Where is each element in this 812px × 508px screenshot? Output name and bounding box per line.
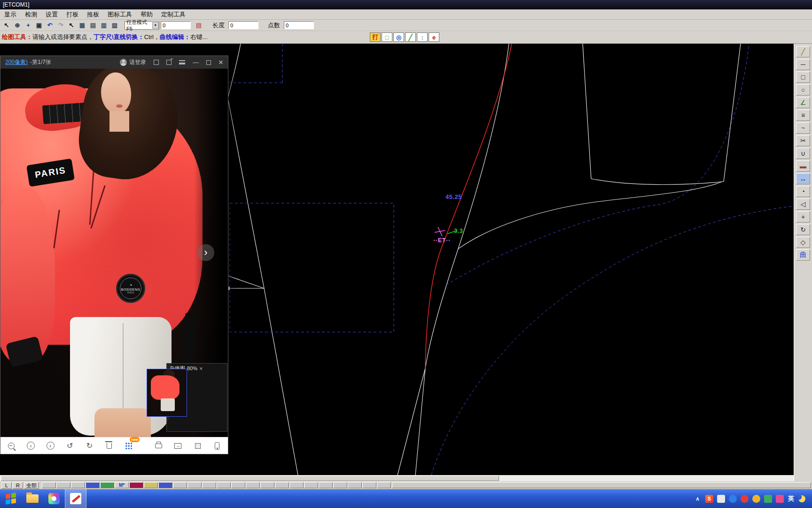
next-image-button[interactable]: › [197,244,214,261]
doc-flag-icon[interactable]: ▤ [195,21,203,30]
swatch-gray-14[interactable] [319,482,333,488]
join-tool[interactable]: ∪ [796,148,810,159]
swatch-blue-1[interactable] [86,482,100,488]
swatch-gray-10[interactable] [260,482,274,488]
swatch-khaki[interactable] [144,482,158,488]
toggle-swap[interactable]: ↕ [417,32,428,42]
swatch-gray-9[interactable] [246,482,260,488]
minimize-button[interactable]: — [193,59,199,66]
drawing-canvas[interactable]: 45.25 3.3 ··ET·· 200像素) -第1/7张 请登录 ↗ — [0,44,794,475]
palette-all-button[interactable]: 全部 [24,482,39,489]
curve-tool[interactable]: ~ [796,122,810,134]
swatch-gray-5[interactable] [187,482,202,488]
table-tool-1-icon[interactable]: ▦ [77,21,87,30]
swatch-gray-18[interactable] [377,482,391,488]
tray-app-yellow-icon[interactable] [752,495,760,503]
toggle-rect[interactable]: □ [382,32,392,42]
angle-line-tool[interactable]: ∠ [796,97,810,108]
swatch-gray-15[interactable] [333,482,347,488]
input-language-indicator[interactable]: 英 [788,494,794,503]
palette-right-button[interactable]: R [13,482,23,489]
menu-grading[interactable]: 推板 [83,9,103,19]
zoom-out-icon[interactable] [7,441,16,451]
menu-display[interactable]: 显示 [0,9,21,19]
tray-app-red-icon[interactable] [741,495,749,503]
scale-tool[interactable]: ◇ [796,237,810,248]
swatch-gray-2[interactable] [56,482,70,488]
viewer-title-link[interactable]: 200像素) [5,58,28,66]
swatch-gray-8[interactable] [231,482,245,488]
tray-app-pink-icon[interactable] [776,495,784,503]
free-value-input[interactable] [161,21,191,29]
tray-app-blue-icon[interactable] [729,495,737,503]
zoom-area-icon[interactable]: ▣ [34,21,44,30]
table-tool-2-icon[interactable]: ▤ [88,21,98,30]
count-input[interactable] [284,21,314,29]
swatch-gray-7[interactable] [217,482,231,488]
toggle-e[interactable]: e [429,32,439,42]
menu-detect[interactable]: 检测 [21,9,41,19]
redo-icon[interactable]: ↷ [55,21,66,30]
zoom-in-icon[interactable]: ⊕ [12,21,23,30]
tray-app-green-icon[interactable] [764,495,772,503]
tray-expand-icon[interactable]: ∧ [694,495,702,503]
swatch-gray-16[interactable] [348,482,362,488]
pencil-tool[interactable]: ╱ [796,46,810,57]
swatch-crimson[interactable] [129,482,143,488]
swatch-green[interactable] [100,482,114,488]
table-tool-4-icon[interactable]: ▨ [109,21,120,30]
menu-icon-tools[interactable]: 图标工具 [103,9,136,19]
chevron-down-icon[interactable]: ▼ [152,22,159,29]
swatch-blue-2[interactable] [158,482,172,488]
mirror-tool[interactable]: ◁ [796,198,810,210]
toggle-da[interactable]: 打 [370,32,381,42]
pan-icon[interactable]: + [23,21,33,30]
mode-select[interactable]: 任意模式F5 ▼ [125,21,159,30]
delete-icon[interactable] [104,441,114,451]
toggle-point[interactable]: ◎ [393,32,404,42]
select-arrow-icon[interactable]: ↖ [1,21,12,30]
swatch-gray-11[interactable] [275,482,289,488]
night-mode-moon-icon[interactable] [798,495,805,502]
menu-pattern[interactable]: 打板 [62,9,83,19]
rotate-left-icon[interactable]: ↺ [65,441,75,451]
length-input[interactable] [228,21,258,29]
menu-custom-tools[interactable]: 定制工具 [157,9,190,19]
fullscreen-icon[interactable] [154,60,159,65]
taskbar-explorer-button[interactable] [22,489,43,508]
protractor-tool[interactable]: ◔ [796,186,810,197]
swatch-gray-4[interactable] [173,482,187,488]
taskbar-photos-button[interactable] [43,489,65,508]
swatch-gray-1[interactable] [42,482,56,488]
apps-grid-icon[interactable]: new [124,441,133,451]
prev-image-icon[interactable]: ‹ [26,441,36,451]
close-button[interactable]: × [219,59,223,66]
rotate-tool[interactable]: ↻ [796,224,810,235]
tray-ime-icon[interactable] [717,495,725,503]
open-external-icon[interactable]: ↗ [166,60,172,65]
circle-tool[interactable]: ○ [796,84,810,95]
menu-help[interactable]: 帮助 [136,9,157,19]
taskbar-etcad-button[interactable] [65,489,86,508]
swatch-gray-17[interactable] [362,482,376,488]
table-tool-3-icon[interactable]: ▥ [99,21,109,30]
birdseye-thumbnail[interactable] [147,369,187,417]
measure-tool[interactable]: ↔ [796,173,810,184]
swatch-gray-13[interactable] [304,482,318,488]
undo-icon[interactable]: ↶ [45,21,55,30]
swatch-gray-12[interactable] [289,482,304,488]
next-image-icon[interactable]: › [46,441,55,451]
divide-tool[interactable]: ≡ [796,110,810,121]
expand-icon[interactable] [193,441,203,451]
swatch-gray-3[interactable] [71,482,85,488]
fit-width-icon[interactable]: ↔ [173,441,183,451]
curve-mode-label[interactable]: 曲 [796,249,810,261]
scissors-tool[interactable]: ✂ [796,135,810,146]
move-tool[interactable]: + [796,211,810,222]
tray-sogou-icon[interactable]: S [705,495,713,503]
print-icon[interactable] [154,441,163,451]
scrollbar-thumb[interactable] [1,476,499,481]
rotate-right-icon[interactable]: ↻ [85,441,94,451]
toggle-line[interactable]: ╱ [405,32,416,42]
pick-arrow-icon[interactable]: ↖ [66,21,77,30]
